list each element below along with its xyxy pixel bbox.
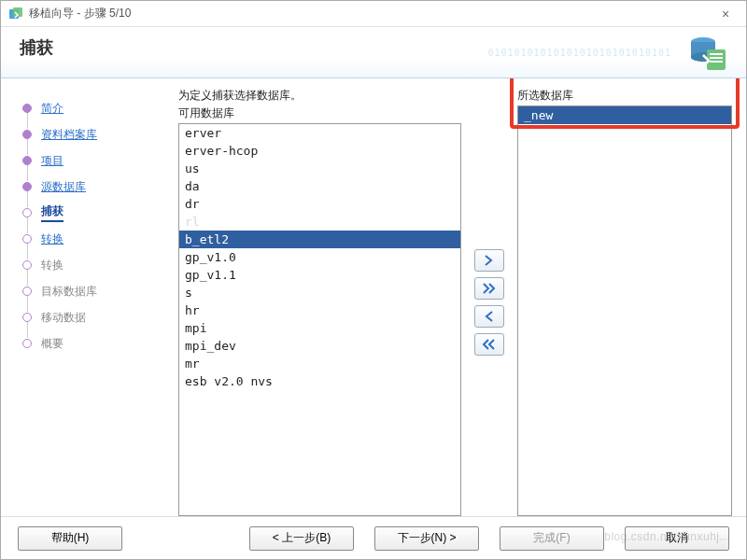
step-6: 转换 <box>15 252 169 278</box>
step-label: 捕获 <box>41 203 63 222</box>
list-item[interactable]: da <box>179 177 460 195</box>
step-dot-icon <box>22 182 32 191</box>
content-area: 为定义捕获选择数据库。 可用数据库 erver erver-hcop us da… <box>169 88 732 516</box>
titlebar: 移植向导 - 步骤 5/10 × <box>1 1 746 27</box>
svg-rect-4 <box>707 49 726 70</box>
list-item[interactable]: rl <box>179 213 460 231</box>
list-item[interactable]: b_etl2 <box>179 231 460 248</box>
finish-button: 完成(F) <box>500 526 604 551</box>
move-all-left-button[interactable] <box>474 333 504 356</box>
list-item[interactable]: erver-hcop <box>179 142 460 160</box>
step-dot-icon <box>22 339 32 348</box>
available-column: 为定义捕获选择数据库。 可用数据库 erver erver-hcop us da… <box>178 88 461 516</box>
step-2[interactable]: 项目 <box>15 147 169 174</box>
step-dot-icon <box>22 208 32 217</box>
step-label: 项目 <box>41 153 63 169</box>
list-item[interactable]: us <box>179 160 460 177</box>
selected-label: 所选数据库 <box>517 88 732 104</box>
step-3[interactable]: 源数据库 <box>15 174 169 200</box>
list-item[interactable]: mr <box>179 355 460 372</box>
step-9: 概要 <box>15 330 169 357</box>
transfer-buttons <box>461 88 517 516</box>
step-4: 捕获 <box>15 200 169 226</box>
move-left-button[interactable] <box>474 305 504 328</box>
database-icon <box>686 33 727 74</box>
header-banner: 捕获 0101010101010101010101010101 <box>1 27 746 78</box>
step-label: 移动数据 <box>41 310 86 326</box>
list-item[interactable]: gp_v1.0 <box>179 248 460 266</box>
step-dot-icon <box>22 156 32 165</box>
step-7: 目标数据库 <box>15 278 169 304</box>
wizard-window: 移植向导 - 步骤 5/10 × 捕获 01010101010101010101… <box>0 0 747 560</box>
step-label: 转换 <box>41 258 63 273</box>
available-label: 可用数据库 <box>178 105 461 121</box>
step-label: 源数据库 <box>41 179 86 195</box>
step-label: 转换 <box>41 231 63 247</box>
step-0[interactable]: 简介 <box>15 95 169 121</box>
step-dot-icon <box>22 313 32 322</box>
svg-rect-7 <box>710 61 723 63</box>
list-item[interactable]: mpi_dev <box>179 337 460 355</box>
step-8: 移动数据 <box>15 304 169 330</box>
close-button[interactable]: × <box>712 7 739 21</box>
list-item[interactable]: s <box>179 284 460 301</box>
instruction-text: 为定义捕获选择数据库。 <box>178 88 461 104</box>
list-item[interactable]: mpi <box>179 319 460 337</box>
next-button[interactable]: 下一步(N) > <box>374 526 479 551</box>
list-item[interactable]: esb v2.0 nvs <box>179 372 460 390</box>
step-1[interactable]: 资料档案库 <box>15 121 169 147</box>
cancel-button[interactable]: 取消 <box>625 526 729 551</box>
step-label: 概要 <box>41 336 63 352</box>
step-dot-icon <box>22 287 32 296</box>
list-item[interactable]: dr <box>179 195 460 213</box>
step-dot-icon <box>22 260 32 270</box>
step-label: 目标数据库 <box>41 284 97 300</box>
available-listbox[interactable]: erver erver-hcop us da dr rl b_etl2 gp_v… <box>178 123 461 516</box>
list-item[interactable]: gp_v1.1 <box>179 266 460 284</box>
help-button[interactable]: 帮助(H) <box>18 526 122 551</box>
window-title: 移植向导 - 步骤 5/10 <box>29 6 712 21</box>
decorative-binary: 0101010101010101010101010101 <box>487 48 671 58</box>
step-label: 简介 <box>41 101 63 117</box>
list-item[interactable]: hr <box>179 301 460 319</box>
svg-rect-6 <box>710 57 723 59</box>
svg-rect-5 <box>710 53 723 55</box>
app-icon <box>8 7 23 21</box>
step-label: 资料档案库 <box>41 127 97 143</box>
move-right-button[interactable] <box>474 249 504 272</box>
move-all-right-button[interactable] <box>474 277 504 300</box>
list-item[interactable]: _new <box>518 106 731 124</box>
footer-buttons: 帮助(H) < 上一步(B) 下一步(N) > 完成(F) 取消 <box>1 516 746 559</box>
wizard-body: 简介资料档案库项目源数据库捕获转换转换目标数据库移动数据概要 为定义捕获选择数据… <box>1 78 746 516</box>
step-5[interactable]: 转换 <box>15 226 169 252</box>
list-item[interactable]: erver <box>179 124 460 142</box>
selected-column: 所选数据库 _new <box>517 88 732 516</box>
step-dot-icon <box>22 104 32 113</box>
back-button[interactable]: < 上一步(B) <box>249 526 354 551</box>
step-dot-icon <box>22 234 32 244</box>
selected-listbox[interactable]: _new <box>517 105 732 516</box>
step-dot-icon <box>22 130 32 139</box>
steps-sidebar: 简介资料档案库项目源数据库捕获转换转换目标数据库移动数据概要 <box>15 88 169 516</box>
